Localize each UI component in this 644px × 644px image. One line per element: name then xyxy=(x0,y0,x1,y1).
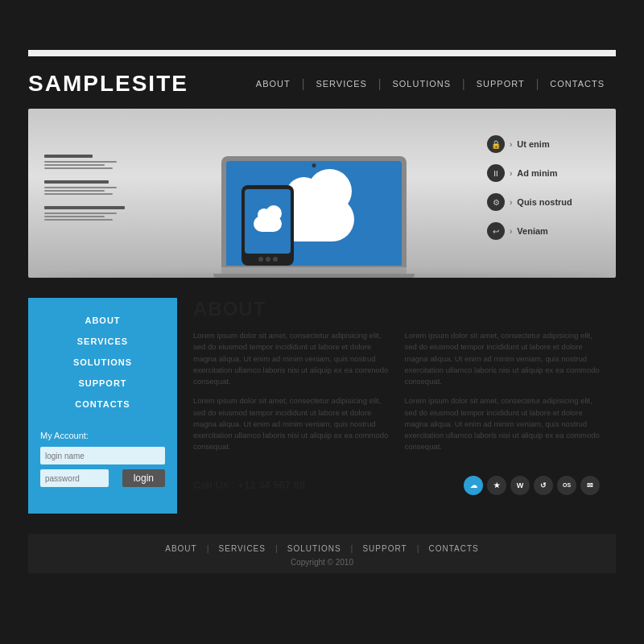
phone-btn xyxy=(258,257,263,262)
feature-item-3[interactable]: ⚙ › Quis nostrud xyxy=(487,193,608,211)
login-button[interactable]: login xyxy=(122,469,165,487)
about-col-left: Lorem ipsum dolor sit amet, consectetur … xyxy=(193,330,389,461)
social-icon-cloud[interactable]: ☁ xyxy=(464,476,483,495)
account-label: My Account: xyxy=(40,431,165,440)
sidebar-account: My Account: login xyxy=(28,421,177,502)
gear-icon: ⚙ xyxy=(487,193,505,211)
chevron-right-icon: › xyxy=(510,169,512,178)
phone-screen xyxy=(245,189,291,254)
about-para-4: Lorem ipsum dolor sit amet, consectetur … xyxy=(405,395,601,452)
main-nav: ABOUT | SERVICES | SOLUTIONS | SUPPORT |… xyxy=(245,77,616,90)
pause-icon: ⏸ xyxy=(487,164,505,182)
social-icon-os[interactable]: OS xyxy=(557,476,576,495)
sidebar-item-support[interactable]: SUPPORT xyxy=(28,373,177,394)
logo: SAMPLESITE xyxy=(28,71,188,97)
phone-btn xyxy=(273,257,278,262)
sidebar-item-contacts[interactable]: CONTACTS xyxy=(28,394,177,415)
text-line xyxy=(44,206,125,209)
laptop-base xyxy=(221,267,407,274)
nav-item-solutions[interactable]: SOLUTIONS xyxy=(381,79,462,89)
social-icon-refresh[interactable]: ↺ xyxy=(534,476,553,495)
small-line xyxy=(44,216,105,217)
nav-item-contacts[interactable]: CONTACTS xyxy=(539,79,616,89)
footer-nav-solutions[interactable]: SOLUTIONS xyxy=(278,544,351,553)
small-line xyxy=(44,190,105,192)
footer-copyright: Copyright © 2010 xyxy=(28,558,616,567)
hero-features: 🔒 › Ut enim ⏸ › Ad minim ⚙ › Quis nostru… xyxy=(487,135,616,251)
call-us-section: Call Us : +12 34 567 89 ☁ ★ W ↺ OS ✉ xyxy=(193,476,600,495)
hero-left-text xyxy=(28,155,141,232)
main-content: ABOUT SERVICES SOLUTIONS SUPPORT CONTACT… xyxy=(28,298,616,514)
lock-icon: 🔒 xyxy=(487,135,505,153)
text-line xyxy=(44,180,109,184)
footer-nav: ABOUT | SERVICES | SOLUTIONS | SUPPORT |… xyxy=(28,543,616,553)
feature-item-4[interactable]: ↩ › Veniam xyxy=(487,222,608,240)
chevron-right-icon: › xyxy=(510,227,512,236)
feature-label-1: Ut enim xyxy=(517,139,549,149)
about-title: ABOUT xyxy=(193,298,600,320)
feature-item-1[interactable]: 🔒 › Ut enim xyxy=(487,135,608,153)
sidebar: ABOUT SERVICES SOLUTIONS SUPPORT CONTACT… xyxy=(28,298,177,514)
about-para-2: Lorem ipsum dolor sit amet, consectetur … xyxy=(193,395,389,452)
nav-item-support[interactable]: SUPPORT xyxy=(465,79,536,89)
sidebar-item-solutions[interactable]: SOLUTIONS xyxy=(28,352,177,373)
about-para-1: Lorem ipsum dolor sit amet, consectetur … xyxy=(193,330,389,387)
chevron-right-icon: › xyxy=(510,140,512,149)
sidebar-password-row: login xyxy=(40,469,165,487)
small-line xyxy=(44,187,117,188)
small-lines xyxy=(44,213,141,221)
footer-nav-about[interactable]: ABOUT xyxy=(155,544,206,553)
laptop-foot xyxy=(213,274,415,278)
footer-nav-contacts[interactable]: CONTACTS xyxy=(419,544,488,553)
feature-item-2[interactable]: ⏸ › Ad minim xyxy=(487,164,608,182)
phone-buttons xyxy=(245,257,291,262)
social-icons: ☁ ★ W ↺ OS ✉ xyxy=(464,476,600,495)
small-line xyxy=(44,213,117,214)
nav-item-services[interactable]: SERVICES xyxy=(304,79,378,89)
small-line xyxy=(44,193,113,195)
footer: ABOUT | SERVICES | SOLUTIONS | SUPPORT |… xyxy=(28,534,616,573)
phone-device xyxy=(242,185,294,266)
small-line xyxy=(44,161,117,163)
small-line xyxy=(44,164,105,166)
login-name-input[interactable] xyxy=(40,447,165,464)
about-para-3: Lorem ipsum dolor sit amet, consectetur … xyxy=(405,330,601,387)
footer-nav-services[interactable]: SERVICES xyxy=(209,544,275,553)
feature-label-3: Quis nostrud xyxy=(517,197,572,207)
phone-btn xyxy=(266,257,270,262)
hero-text-block-3 xyxy=(44,206,141,221)
footer-nav-support[interactable]: SUPPORT xyxy=(353,544,416,553)
feature-label-2: Ad minim xyxy=(517,168,557,178)
hero-banner: 🔒 › Ut enim ⏸ › Ad minim ⚙ › Quis nostru… xyxy=(28,109,616,278)
small-line xyxy=(44,167,113,169)
laptop-camera xyxy=(312,163,316,167)
nav-item-about[interactable]: ABOUT xyxy=(245,79,302,89)
sidebar-item-services[interactable]: SERVICES xyxy=(28,331,177,352)
hero-devices xyxy=(141,109,487,278)
social-icon-w[interactable]: W xyxy=(510,476,530,495)
chevron-right-icon: › xyxy=(510,198,512,207)
password-input[interactable] xyxy=(40,469,109,487)
small-lines xyxy=(44,161,141,169)
phone-body xyxy=(242,185,294,266)
hero-text-block-1 xyxy=(44,155,141,169)
refresh-icon: ↩ xyxy=(487,222,505,240)
main-body: ABOUT Lorem ipsum dolor sit amet, consec… xyxy=(177,298,616,514)
sidebar-item-about[interactable]: ABOUT xyxy=(28,310,177,331)
call-us-text: Call Us : +12 34 567 89 xyxy=(193,479,305,491)
hero-text-block-2 xyxy=(44,180,141,195)
about-col-right: Lorem ipsum dolor sit amet, consectetur … xyxy=(405,330,601,461)
header: SAMPLESITE ABOUT | SERVICES | SOLUTIONS … xyxy=(28,63,616,109)
top-bar xyxy=(28,50,616,56)
about-columns: Lorem ipsum dolor sit amet, consectetur … xyxy=(193,330,600,461)
text-line xyxy=(44,155,93,158)
social-icon-email[interactable]: ✉ xyxy=(580,476,600,495)
social-icon-star[interactable]: ★ xyxy=(487,476,506,495)
small-lines xyxy=(44,187,141,195)
phone-cloud-icon xyxy=(254,216,282,232)
feature-label-4: Veniam xyxy=(517,226,548,236)
small-line xyxy=(44,219,113,221)
